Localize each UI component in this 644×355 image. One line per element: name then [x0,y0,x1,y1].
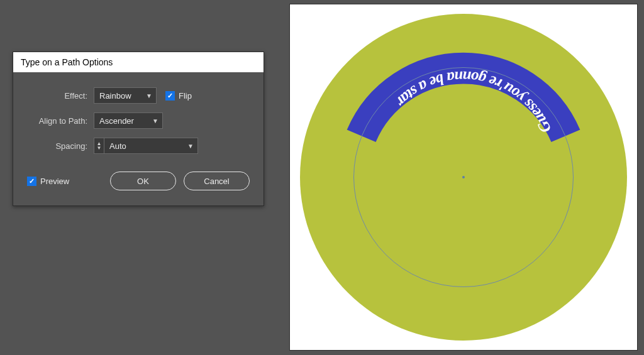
spacing-label: Spacing: [27,141,94,151]
chevron-down-icon: ▼ [146,92,152,99]
align-row: Align to Path: Ascender ▼ [27,112,250,129]
align-label: Align to Path: [27,116,94,126]
type-on-path-dialog: Type on a Path Options Effect: Rainbow ▼… [13,52,264,206]
effect-label: Effect: [27,91,94,101]
dialog-button-row: Preview OK Cancel [27,172,250,190]
center-point-icon [462,176,465,178]
ok-button-label: OK [137,177,149,186]
preview-label: Preview [40,177,69,186]
effect-row: Effect: Rainbow ▼ Flip [27,87,250,104]
effect-value: Rainbow [99,91,131,101]
chevron-down-icon: ▼ [152,117,158,124]
preview-checkbox[interactable] [27,177,36,186]
flip-checkbox[interactable] [165,91,175,101]
flip-checkbox-wrap[interactable]: Flip [165,91,192,101]
cancel-button-label: Cancel [204,177,229,186]
spacing-row: Spacing: ▲ ▼ Auto ▼ [27,138,250,154]
align-value: Ascender [99,116,134,126]
preview-checkbox-wrap[interactable]: Preview [27,177,103,186]
chevron-down-icon: ▼ [187,143,194,150]
effect-select[interactable]: Rainbow ▼ [94,87,157,104]
dialog-title: Type on a Path Options [13,52,264,72]
spacing-stepper[interactable]: ▲ ▼ [94,138,104,154]
spacing-select[interactable]: Auto ▼ [104,138,198,154]
dialog-body: Effect: Rainbow ▼ Flip Align to Path: As… [13,72,264,205]
chevron-down-icon: ▼ [94,146,104,150]
align-select[interactable]: Ascender ▼ [94,112,163,129]
cancel-button[interactable]: Cancel [184,172,250,190]
flip-label: Flip [179,91,192,101]
spacing-value: Auto [109,141,126,151]
canvas-preview: Guess you're gonna be a star [289,4,638,351]
ok-button[interactable]: OK [110,172,176,190]
